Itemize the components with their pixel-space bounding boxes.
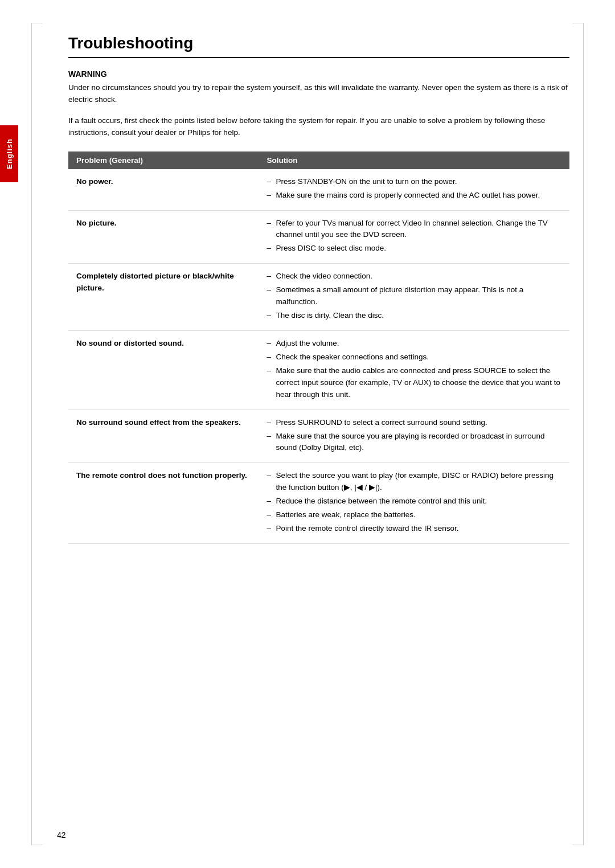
solution-list-3: Adjust the volume.Check the speaker conn… [266, 338, 561, 401]
solution-item: Select the source you want to play (for … [266, 470, 561, 494]
problem-cell-0: No power. [68, 169, 259, 210]
solution-item: Check the video connection. [266, 271, 561, 282]
table-row: No surround sound effect from the speake… [68, 410, 569, 463]
solution-cell-4: Press SURROUND to select a correct surro… [259, 410, 569, 463]
solution-cell-5: Select the source you want to play (for … [259, 463, 569, 544]
solution-item: Reduce the distance between the remote c… [266, 496, 561, 507]
main-content: Troubleshooting WARNING Under no circums… [68, 34, 569, 544]
solution-item: Make sure the mains cord is properly con… [266, 190, 561, 202]
solution-item: Press DISC to select disc mode. [266, 243, 561, 255]
solution-item: Make sure that the source you are playin… [266, 431, 561, 455]
page-title: Troubleshooting [68, 34, 569, 52]
problem-cell-2: Completely distorted picture or black/wh… [68, 264, 259, 331]
solution-list-2: Check the video connection.Sometimes a s… [266, 271, 561, 322]
solution-item: Adjust the volume. [266, 338, 561, 350]
intro-text: If a fault occurs, first check the point… [68, 115, 569, 139]
corner-bottom-right [572, 845, 584, 845]
corner-top-left [31, 23, 43, 23]
table-row: No picture.Refer to your TVs manual for … [68, 210, 569, 264]
table-body: No power.Press STANDBY-ON on the unit to… [68, 169, 569, 544]
table-row: No power.Press STANDBY-ON on the unit to… [68, 169, 569, 210]
solution-item: The disc is dirty. Clean the disc. [266, 310, 561, 322]
solution-item: Press STANDBY-ON on the unit to turn on … [266, 176, 561, 188]
col-header-problem: Problem (General) [68, 152, 259, 169]
table-row: No sound or distorted sound.Adjust the v… [68, 330, 569, 410]
corner-bottom-left [31, 845, 43, 845]
border-left [31, 23, 32, 845]
solution-item: Make sure that the audio cables are conn… [266, 365, 561, 401]
solution-item: Point the remote control directly toward… [266, 523, 561, 535]
solution-item: Check the speaker connections and settin… [266, 351, 561, 363]
solution-cell-2: Check the video connection.Sometimes a s… [259, 264, 569, 331]
problem-cell-4: No surround sound effect from the speake… [68, 410, 259, 463]
solution-item: Press SURROUND to select a correct surro… [266, 417, 561, 429]
solution-list-0: Press STANDBY-ON on the unit to turn on … [266, 176, 561, 202]
table-row: Completely distorted picture or black/wh… [68, 264, 569, 331]
table-row: The remote control does not function pro… [68, 463, 569, 544]
solution-item: Batteries are weak, replace the batterie… [266, 509, 561, 521]
solution-cell-0: Press STANDBY-ON on the unit to turn on … [259, 169, 569, 210]
troubleshoot-table: Problem (General) Solution No power.Pres… [68, 152, 569, 544]
col-header-solution: Solution [259, 152, 569, 169]
warning-label: WARNING [68, 69, 569, 79]
page-container: English Troubleshooting WARNING Under no… [0, 0, 615, 868]
solution-item: Refer to your TVs manual for correct Vid… [266, 218, 561, 241]
language-tab-label: English [5, 138, 14, 169]
table-header-row: Problem (General) Solution [68, 152, 569, 169]
page-number: 42 [57, 830, 66, 840]
language-tab: English [0, 125, 18, 182]
corner-top-right [572, 23, 584, 23]
solution-item: Sometimes a small amount of picture dist… [266, 284, 561, 308]
problem-cell-1: No picture. [68, 210, 259, 264]
solution-cell-1: Refer to your TVs manual for correct Vid… [259, 210, 569, 264]
solution-list-4: Press SURROUND to select a correct surro… [266, 417, 561, 455]
border-right [583, 23, 584, 845]
solution-list-1: Refer to your TVs manual for correct Vid… [266, 218, 561, 255]
solution-cell-3: Adjust the volume.Check the speaker conn… [259, 330, 569, 410]
problem-cell-3: No sound or distorted sound. [68, 330, 259, 410]
warning-text-1: Under no circumstances should you try to… [68, 82, 569, 106]
solution-list-5: Select the source you want to play (for … [266, 470, 561, 535]
title-rule [68, 57, 569, 58]
problem-cell-5: The remote control does not function pro… [68, 463, 259, 544]
